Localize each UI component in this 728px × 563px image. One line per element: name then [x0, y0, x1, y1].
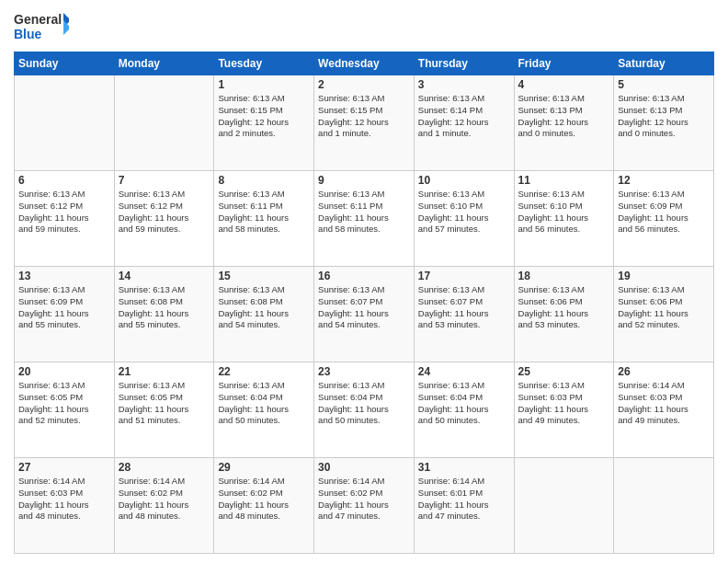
calendar-cell: 4Sunrise: 6:13 AM Sunset: 6:13 PM Daylig…	[514, 75, 614, 171]
svg-text:General: General	[14, 12, 62, 27]
day-info: Sunrise: 6:13 AM Sunset: 6:06 PM Dayligh…	[618, 284, 710, 331]
day-info: Sunrise: 6:13 AM Sunset: 6:10 PM Dayligh…	[518, 189, 610, 236]
calendar-cell: 27Sunrise: 6:14 AM Sunset: 6:03 PM Dayli…	[15, 458, 115, 554]
day-info: Sunrise: 6:13 AM Sunset: 6:07 PM Dayligh…	[318, 284, 410, 331]
day-number: 16	[318, 270, 410, 282]
day-number: 9	[318, 174, 410, 187]
calendar-cell: 3Sunrise: 6:13 AM Sunset: 6:14 PM Daylig…	[414, 75, 514, 171]
day-number: 14	[119, 270, 210, 282]
day-info: Sunrise: 6:13 AM Sunset: 6:04 PM Dayligh…	[218, 380, 310, 427]
calendar-cell: 29Sunrise: 6:14 AM Sunset: 6:02 PM Dayli…	[214, 458, 314, 554]
week-row-2: 6Sunrise: 6:13 AM Sunset: 6:12 PM Daylig…	[15, 171, 714, 267]
page: General Blue SundayMondayTuesdayWednesda…	[0, 0, 728, 563]
calendar-table: SundayMondayTuesdayWednesdayThursdayFrid…	[14, 52, 714, 554]
day-info: Sunrise: 6:14 AM Sunset: 6:01 PM Dayligh…	[418, 476, 510, 523]
calendar-cell: 18Sunrise: 6:13 AM Sunset: 6:06 PM Dayli…	[514, 267, 614, 362]
day-info: Sunrise: 6:13 AM Sunset: 6:10 PM Dayligh…	[418, 189, 510, 236]
header: General Blue	[14, 9, 714, 44]
day-number: 30	[318, 461, 410, 474]
logo: General Blue	[14, 9, 69, 44]
calendar-cell: 14Sunrise: 6:13 AM Sunset: 6:08 PM Dayli…	[114, 267, 214, 362]
calendar-cell: 16Sunrise: 6:13 AM Sunset: 6:07 PM Dayli…	[314, 267, 415, 362]
calendar-cell: 10Sunrise: 6:13 AM Sunset: 6:10 PM Dayli…	[414, 171, 514, 267]
day-info: Sunrise: 6:13 AM Sunset: 6:05 PM Dayligh…	[119, 380, 210, 427]
day-info: Sunrise: 6:13 AM Sunset: 6:06 PM Dayligh…	[518, 284, 610, 331]
day-number: 22	[218, 365, 310, 378]
day-header-friday: Friday	[514, 52, 614, 75]
calendar-cell: 22Sunrise: 6:13 AM Sunset: 6:04 PM Dayli…	[214, 362, 314, 458]
svg-text:Blue: Blue	[14, 27, 42, 41]
week-row-5: 27Sunrise: 6:14 AM Sunset: 6:03 PM Dayli…	[15, 458, 714, 554]
calendar-cell: 21Sunrise: 6:13 AM Sunset: 6:05 PM Dayli…	[114, 362, 214, 458]
day-number: 5	[618, 78, 710, 91]
calendar-cell	[614, 458, 714, 554]
calendar-cell: 11Sunrise: 6:13 AM Sunset: 6:10 PM Dayli…	[514, 171, 614, 267]
day-info: Sunrise: 6:13 AM Sunset: 6:11 PM Dayligh…	[318, 189, 410, 236]
day-number: 11	[518, 174, 610, 187]
day-header-wednesday: Wednesday	[314, 52, 415, 75]
day-number: 1	[218, 78, 310, 91]
day-number: 3	[418, 78, 510, 91]
calendar-cell: 7Sunrise: 6:13 AM Sunset: 6:12 PM Daylig…	[114, 171, 214, 267]
day-header-sunday: Sunday	[15, 52, 115, 75]
week-row-1: 1Sunrise: 6:13 AM Sunset: 6:15 PM Daylig…	[15, 75, 714, 171]
calendar-cell: 26Sunrise: 6:14 AM Sunset: 6:03 PM Dayli…	[614, 362, 714, 458]
day-number: 21	[119, 365, 210, 378]
day-info: Sunrise: 6:14 AM Sunset: 6:02 PM Dayligh…	[119, 476, 210, 523]
calendar-cell: 30Sunrise: 6:14 AM Sunset: 6:02 PM Dayli…	[314, 458, 415, 554]
calendar-cell: 31Sunrise: 6:14 AM Sunset: 6:01 PM Dayli…	[414, 458, 514, 554]
day-info: Sunrise: 6:13 AM Sunset: 6:14 PM Dayligh…	[418, 93, 510, 140]
day-number: 20	[18, 365, 110, 378]
week-row-3: 13Sunrise: 6:13 AM Sunset: 6:09 PM Dayli…	[15, 267, 714, 362]
calendar-cell: 13Sunrise: 6:13 AM Sunset: 6:09 PM Dayli…	[15, 267, 115, 362]
day-number: 7	[119, 174, 210, 187]
day-info: Sunrise: 6:14 AM Sunset: 6:03 PM Dayligh…	[618, 380, 710, 427]
day-info: Sunrise: 6:13 AM Sunset: 6:15 PM Dayligh…	[218, 93, 310, 140]
week-row-4: 20Sunrise: 6:13 AM Sunset: 6:05 PM Dayli…	[15, 362, 714, 458]
day-info: Sunrise: 6:13 AM Sunset: 6:04 PM Dayligh…	[318, 380, 410, 427]
calendar-cell: 2Sunrise: 6:13 AM Sunset: 6:15 PM Daylig…	[314, 75, 415, 171]
day-info: Sunrise: 6:13 AM Sunset: 6:05 PM Dayligh…	[18, 380, 110, 427]
calendar-cell	[15, 75, 115, 171]
day-info: Sunrise: 6:14 AM Sunset: 6:02 PM Dayligh…	[218, 476, 310, 523]
day-number: 15	[218, 270, 310, 282]
day-number: 6	[18, 174, 110, 187]
day-number: 25	[518, 365, 610, 378]
day-number: 27	[18, 461, 110, 474]
day-number: 29	[218, 461, 310, 474]
calendar-cell: 19Sunrise: 6:13 AM Sunset: 6:06 PM Dayli…	[614, 267, 714, 362]
day-info: Sunrise: 6:14 AM Sunset: 6:02 PM Dayligh…	[318, 476, 410, 523]
day-info: Sunrise: 6:13 AM Sunset: 6:07 PM Dayligh…	[418, 284, 510, 331]
day-number: 17	[418, 270, 510, 282]
day-number: 31	[418, 461, 510, 474]
calendar-cell: 28Sunrise: 6:14 AM Sunset: 6:02 PM Dayli…	[114, 458, 214, 554]
day-header-tuesday: Tuesday	[214, 52, 314, 75]
day-info: Sunrise: 6:14 AM Sunset: 6:03 PM Dayligh…	[18, 476, 110, 523]
calendar-cell: 25Sunrise: 6:13 AM Sunset: 6:03 PM Dayli…	[514, 362, 614, 458]
day-number: 28	[119, 461, 210, 474]
calendar-cell: 6Sunrise: 6:13 AM Sunset: 6:12 PM Daylig…	[15, 171, 115, 267]
day-info: Sunrise: 6:13 AM Sunset: 6:08 PM Dayligh…	[119, 284, 210, 331]
day-header-monday: Monday	[114, 52, 214, 75]
calendar-cell: 1Sunrise: 6:13 AM Sunset: 6:15 PM Daylig…	[214, 75, 314, 171]
day-info: Sunrise: 6:13 AM Sunset: 6:03 PM Dayligh…	[518, 380, 610, 427]
day-info: Sunrise: 6:13 AM Sunset: 6:09 PM Dayligh…	[618, 189, 710, 236]
calendar-cell	[514, 458, 614, 554]
calendar-cell: 8Sunrise: 6:13 AM Sunset: 6:11 PM Daylig…	[214, 171, 314, 267]
day-info: Sunrise: 6:13 AM Sunset: 6:04 PM Dayligh…	[418, 380, 510, 427]
header-row: SundayMondayTuesdayWednesdayThursdayFrid…	[15, 52, 714, 75]
day-info: Sunrise: 6:13 AM Sunset: 6:08 PM Dayligh…	[218, 284, 310, 331]
day-number: 19	[618, 270, 710, 282]
calendar-cell: 17Sunrise: 6:13 AM Sunset: 6:07 PM Dayli…	[414, 267, 514, 362]
day-header-saturday: Saturday	[614, 52, 714, 75]
day-number: 18	[518, 270, 610, 282]
day-info: Sunrise: 6:13 AM Sunset: 6:13 PM Dayligh…	[618, 93, 710, 140]
calendar-cell: 15Sunrise: 6:13 AM Sunset: 6:08 PM Dayli…	[214, 267, 314, 362]
day-header-thursday: Thursday	[414, 52, 514, 75]
day-info: Sunrise: 6:13 AM Sunset: 6:12 PM Dayligh…	[18, 189, 110, 236]
calendar-cell: 12Sunrise: 6:13 AM Sunset: 6:09 PM Dayli…	[614, 171, 714, 267]
day-number: 2	[318, 78, 410, 91]
calendar-cell: 24Sunrise: 6:13 AM Sunset: 6:04 PM Dayli…	[414, 362, 514, 458]
day-info: Sunrise: 6:13 AM Sunset: 6:11 PM Dayligh…	[218, 189, 310, 236]
day-info: Sunrise: 6:13 AM Sunset: 6:09 PM Dayligh…	[18, 284, 110, 331]
